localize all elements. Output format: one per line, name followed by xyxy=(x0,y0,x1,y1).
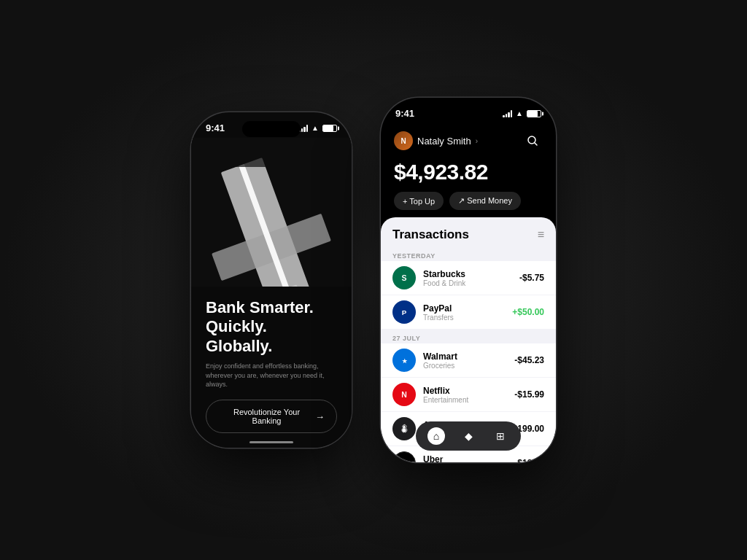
phone-right-content: 9:41 ▲ N Nataly Smi xyxy=(381,98,556,462)
transactions-title: Transactions xyxy=(392,228,469,242)
svg-text:★: ★ xyxy=(402,358,408,365)
table-row[interactable]: N Netflix Entertainment -$15.99 xyxy=(381,378,556,411)
balance-section: $4,923.82 + Top Up ↗ Send Money xyxy=(381,157,556,217)
signal-bars-right xyxy=(503,110,512,117)
starbucks-amount: -$5.75 xyxy=(519,273,544,283)
phone-bottom-content: Bank Smarter. Quickly. Globally. Enjoy c… xyxy=(191,287,352,448)
tab-bar: ⌂ ◆ ⊞ xyxy=(416,421,521,451)
battery-left xyxy=(322,125,337,132)
paypal-info: PayPal Transfers xyxy=(423,303,505,322)
hero-image xyxy=(191,138,352,287)
phone-left: 9:41 ▲ xyxy=(191,112,352,448)
wifi-icon-right: ▲ xyxy=(516,109,523,117)
status-time-left: 9:41 xyxy=(206,122,225,133)
status-icons-right: ▲ xyxy=(503,109,541,117)
starbucks-info: Starbucks Food & Drink xyxy=(423,269,512,287)
walmart-name: Walmart xyxy=(423,351,507,362)
table-row[interactable]: P PayPal Transfers +$50.00 xyxy=(381,295,556,329)
dynamic-island-left xyxy=(242,121,301,137)
send-money-button[interactable]: ↗ Send Money xyxy=(449,192,521,210)
paypal-name: PayPal xyxy=(423,303,505,314)
abstract-graphic xyxy=(191,138,352,287)
walmart-category: Groceries xyxy=(423,362,507,370)
home-indicator-right xyxy=(439,456,498,458)
table-row[interactable]: S Starbucks Food & Drink -$5.75 xyxy=(381,261,556,295)
walmart-info: Walmart Groceries xyxy=(423,351,507,370)
battery-right xyxy=(527,110,541,117)
top-up-button[interactable]: + Top Up xyxy=(394,192,444,210)
balance-amount: $4,923.82 xyxy=(394,160,543,184)
svg-rect-6 xyxy=(191,138,352,167)
tab-grid[interactable]: ⊞ xyxy=(492,427,509,445)
svg-text:S: S xyxy=(401,273,406,282)
search-icon xyxy=(527,135,538,147)
section-label-27july: 27 JULY xyxy=(381,330,556,343)
starbucks-category: Food & Drink xyxy=(423,279,512,287)
cta-arrow-icon: → xyxy=(315,411,325,422)
svg-line-8 xyxy=(535,143,537,145)
chevron-right-icon: › xyxy=(476,137,478,145)
phone-left-content: 9:41 ▲ xyxy=(191,112,352,448)
section-label-yesterday: YESTERDAY xyxy=(381,248,556,261)
user-name: Nataly Smith xyxy=(417,136,471,147)
uber-amount: -$12.40 xyxy=(514,458,544,462)
right-header: N Nataly Smith › xyxy=(381,123,556,157)
svg-text:N: N xyxy=(401,390,407,399)
starbucks-logo: S xyxy=(392,266,416,289)
hero-subtitle: Enjoy confident and effortless banking, … xyxy=(206,362,337,389)
table-row[interactable]: ★ Walmart Groceries -$45.23 xyxy=(381,343,556,377)
cta-button[interactable]: Revolutionize Your Banking → xyxy=(206,400,337,433)
cta-text: Revolutionize Your Banking xyxy=(218,408,315,425)
netflix-amount: -$15.99 xyxy=(514,389,544,400)
netflix-name: Netflix xyxy=(423,386,507,396)
filter-icon[interactable]: ≡ xyxy=(538,228,544,241)
wifi-icon-left: ▲ xyxy=(311,124,319,132)
phones-container: 9:41 ▲ xyxy=(191,98,556,462)
avatar: N xyxy=(394,131,413,150)
dynamic-island-right xyxy=(439,106,498,122)
transactions-header: Transactions ≡ xyxy=(381,217,556,248)
home-indicator-left xyxy=(249,441,293,443)
netflix-logo: N xyxy=(392,383,416,406)
netflix-info: Netflix Entertainment xyxy=(423,386,507,404)
section-yesterday: YESTERDAY S Starbucks Food & Drink -$5.7… xyxy=(381,248,556,329)
walmart-logo: ★ xyxy=(392,349,416,372)
paypal-category: Transfers xyxy=(423,314,505,322)
tab-cards[interactable]: ◆ xyxy=(460,427,477,445)
svg-text:Uber: Uber xyxy=(398,461,412,462)
search-button[interactable] xyxy=(522,131,543,151)
status-time-right: 9:41 xyxy=(395,108,414,119)
paypal-logo: P xyxy=(392,300,416,324)
starbucks-name: Starbucks xyxy=(423,269,512,279)
user-profile[interactable]: N Nataly Smith › xyxy=(394,131,478,150)
svg-text:P: P xyxy=(402,308,407,316)
paypal-amount: +$50.00 xyxy=(512,307,544,317)
uber-logo: Uber xyxy=(392,451,416,462)
hero-title: Bank Smarter. Quickly. Globally. xyxy=(206,298,337,356)
tab-home[interactable]: ⌂ xyxy=(427,427,445,445)
action-buttons: + Top Up ↗ Send Money xyxy=(394,192,543,210)
netflix-category: Entertainment xyxy=(423,396,507,404)
walmart-amount: -$45.23 xyxy=(514,355,544,365)
phone-right: 9:41 ▲ N Nataly Smi xyxy=(381,98,556,462)
status-icons-left: ▲ xyxy=(298,124,337,132)
apple-logo xyxy=(392,417,416,440)
